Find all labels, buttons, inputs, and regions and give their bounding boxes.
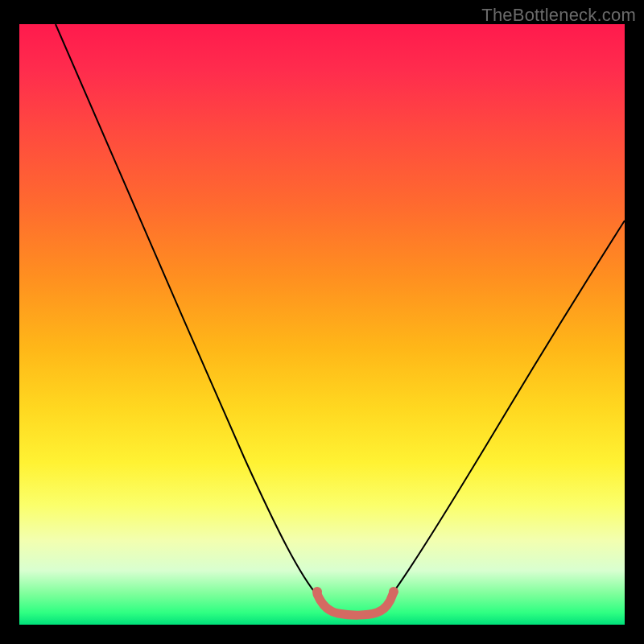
chart-frame: TheBottleneck.com: [0, 0, 644, 644]
band-end-left-icon: [312, 587, 322, 597]
curve-svg: [19, 24, 625, 625]
watermark-text: TheBottleneck.com: [481, 5, 636, 26]
bottleneck-curve-left: [56, 24, 319, 597]
bottleneck-curve-right: [390, 221, 625, 597]
plot-area: [19, 24, 625, 625]
band-end-right-icon: [389, 587, 398, 597]
bottleneck-band: [317, 594, 393, 615]
